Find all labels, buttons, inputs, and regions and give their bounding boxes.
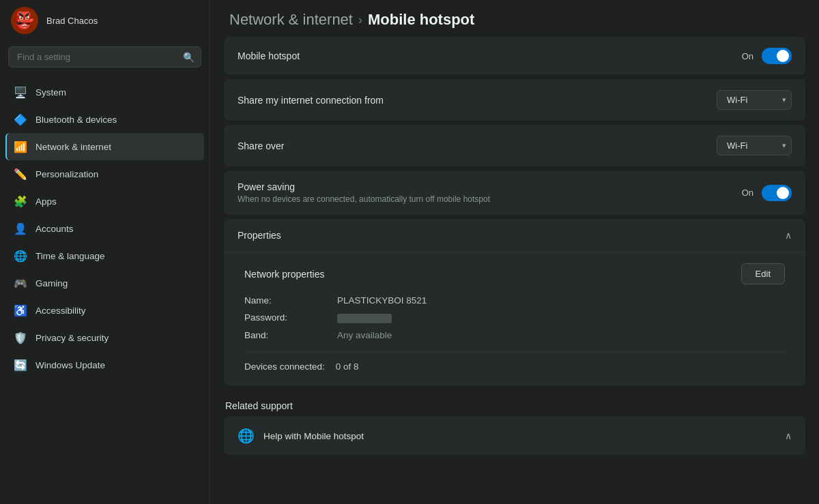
time-icon: 🌐 [14, 249, 27, 263]
sidebar-item-label-accounts: Accounts [35, 224, 74, 234]
share-over-label: Share over [238, 140, 284, 151]
related-support-label: Related support [224, 389, 805, 417]
properties-content: Network properties Edit Name: PLASTICKYB… [224, 252, 805, 385]
accessibility-icon: ♿ [14, 303, 27, 317]
avatar: 👺 [11, 7, 38, 34]
mobile-hotspot-control: On [742, 48, 792, 64]
support-card: 🌐 Help with Mobile hotspot ∧ [224, 417, 805, 455]
avatar-emoji: 👺 [14, 11, 35, 30]
sidebar-item-label-system: System [35, 87, 66, 98]
sidebar-item-label-apps: Apps [35, 196, 57, 207]
properties-card: Properties ∧ Network properties Edit Nam… [224, 219, 805, 385]
power-saving-text: Power saving When no devices are connect… [238, 181, 490, 204]
sidebar-item-label-time: Time & language [35, 251, 105, 261]
sidebar-item-bluetooth[interactable]: 🔷Bluetooth & devices [5, 106, 204, 133]
sidebar-item-label-update: Windows Update [35, 360, 105, 370]
share-over-dropdown[interactable]: Wi-FiBluetooth [717, 136, 792, 155]
sidebar-item-label-privacy: Privacy & security [35, 333, 109, 343]
properties-chevron-icon: ∧ [785, 230, 792, 241]
mobile-hotspot-toggle[interactable] [762, 48, 792, 64]
power-saving-toggle[interactable] [762, 185, 792, 201]
update-icon: 🔄 [14, 358, 27, 372]
band-label: Band: [244, 330, 326, 340]
help-hotspot-row[interactable]: 🌐 Help with Mobile hotspot ∧ [224, 417, 805, 455]
network-props-header: Network properties Edit [244, 258, 785, 284]
password-dots [337, 314, 392, 323]
breadcrumb-separator: › [358, 13, 362, 27]
sidebar-item-label-network: Network & internet [35, 142, 111, 152]
breadcrumb-parent[interactable]: Network & internet [229, 11, 353, 29]
sidebar-item-time[interactable]: 🌐Time & language [5, 242, 204, 269]
user-name: Brad Chacos [46, 16, 98, 26]
apps-icon: 🧩 [14, 194, 27, 208]
sidebar-item-apps[interactable]: 🧩Apps [5, 188, 204, 215]
power-saving-control: On [742, 185, 792, 201]
mobile-hotspot-row: Mobile hotspot On [224, 37, 805, 75]
content-area: Mobile hotspot On Share my internet conn… [210, 37, 819, 504]
name-value: PLASTICKYBOI 8521 [337, 295, 785, 306]
share-over-row: Share over Wi-FiBluetooth ▾ [224, 125, 805, 166]
properties-label: Properties [238, 230, 281, 241]
sidebar-item-gaming[interactable]: 🎮Gaming [5, 269, 204, 297]
breadcrumb-current: Mobile hotspot [368, 11, 474, 29]
share-connection-dropdown[interactable]: Wi-FiEthernet [717, 90, 792, 110]
power-saving-sublabel: When no devices are connected, automatic… [238, 194, 490, 204]
accounts-icon: 👤 [14, 222, 27, 235]
search-input[interactable] [8, 46, 201, 68]
page-header: Network & internet › Mobile hotspot [210, 0, 819, 37]
bluetooth-icon: 🔷 [14, 113, 27, 126]
sidebar-item-label-accessibility: Accessibility [35, 306, 86, 316]
power-saving-label: Power saving [238, 181, 490, 192]
band-value: Any available [337, 330, 785, 340]
share-connection-label: Share my internet connection from [238, 95, 384, 106]
sidebar-item-network[interactable]: 📶Network & internet [5, 133, 204, 160]
sidebar-item-update[interactable]: 🔄Windows Update [5, 351, 204, 379]
sidebar-item-accessibility[interactable]: ♿Accessibility [5, 297, 204, 324]
search-box: 🔍 [8, 46, 201, 68]
mobile-hotspot-card: Mobile hotspot On [224, 37, 805, 75]
sidebar-item-label-bluetooth: Bluetooth & devices [35, 115, 117, 125]
main-content: Network & internet › Mobile hotspot Mobi… [210, 0, 819, 504]
network-icon: 📶 [14, 140, 27, 153]
share-connection-row: Share my internet connection from Wi-FiE… [224, 79, 805, 121]
power-saving-card: Power saving When no devices are connect… [224, 171, 805, 215]
password-label: Password: [244, 312, 326, 323]
privacy-icon: 🛡️ [14, 331, 27, 344]
share-connection-card: Share my internet connection from Wi-FiE… [224, 79, 805, 121]
sidebar-item-personalization[interactable]: ✏️Personalization [5, 160, 204, 188]
sidebar-item-accounts[interactable]: 👤Accounts [5, 215, 204, 242]
network-props-title: Network properties [244, 269, 325, 280]
edit-button[interactable]: Edit [741, 263, 785, 284]
share-over-card: Share over Wi-FiBluetooth ▾ [224, 125, 805, 166]
share-connection-dropdown-wrapper: Wi-FiEthernet ▾ [717, 90, 792, 110]
sidebar-item-privacy[interactable]: 🛡️Privacy & security [5, 324, 204, 351]
nav-list: 🖥️System🔷Bluetooth & devices📶Network & i… [0, 76, 210, 504]
power-saving-row: Power saving When no devices are connect… [224, 171, 805, 215]
mobile-hotspot-status: On [742, 51, 753, 61]
name-label: Name: [244, 295, 326, 306]
sidebar-item-system[interactable]: 🖥️System [5, 78, 204, 106]
devices-row: Devices connected: 0 of 8 [244, 351, 785, 372]
mobile-hotspot-label: Mobile hotspot [238, 50, 300, 61]
share-over-dropdown-wrapper: Wi-FiBluetooth ▾ [717, 136, 792, 155]
support-left: 🌐 Help with Mobile hotspot [238, 428, 364, 444]
gaming-icon: 🎮 [14, 276, 27, 290]
devices-value: 0 of 8 [336, 361, 359, 372]
properties-header[interactable]: Properties ∧ [224, 219, 805, 252]
sidebar-item-label-gaming: Gaming [35, 278, 68, 288]
help-chevron-icon: ∧ [785, 430, 792, 441]
help-hotspot-label: Help with Mobile hotspot [263, 431, 364, 441]
user-profile[interactable]: 👺 Brad Chacos [0, 0, 210, 41]
globe-icon: 🌐 [238, 428, 254, 444]
power-saving-status: On [742, 188, 753, 198]
share-connection-control: Wi-FiEthernet ▾ [717, 90, 792, 110]
system-icon: 🖥️ [14, 85, 27, 99]
devices-label: Devices connected: [244, 361, 325, 372]
password-value [337, 312, 785, 323]
share-over-control: Wi-FiBluetooth ▾ [717, 136, 792, 155]
properties-table: Name: PLASTICKYBOI 8521 Password: Band: … [244, 295, 785, 340]
search-icon: 🔍 [183, 52, 195, 63]
sidebar-item-label-personalization: Personalization [35, 169, 98, 179]
sidebar: 👺 Brad Chacos 🔍 🖥️System🔷Bluetooth & dev… [0, 0, 210, 504]
personalization-icon: ✏️ [14, 167, 27, 181]
